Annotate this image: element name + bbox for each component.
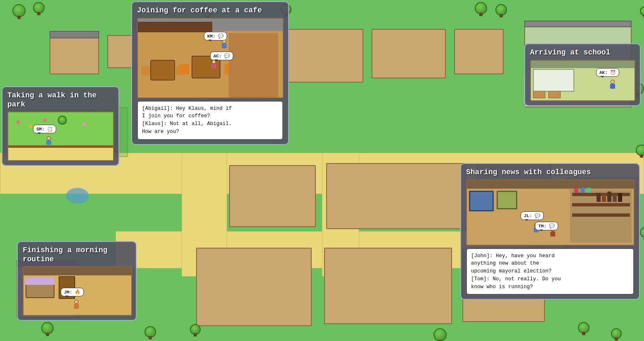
colleagues-roof xyxy=(467,180,634,189)
colleagues-panel-title: Sharing news with colleagues xyxy=(466,168,634,177)
pond xyxy=(66,188,89,204)
school-desk-2 xyxy=(548,91,561,98)
speech-jm: JM: 🔥 xyxy=(61,288,84,296)
speech-jl: JL: 💬 xyxy=(521,211,544,220)
speech-tm: TM: 💬 xyxy=(535,222,558,230)
school-panel-title: Arriving at school xyxy=(530,48,635,57)
coffee-panel-title: Joining for coffee at a cafe xyxy=(137,6,283,15)
cafe-counter xyxy=(138,22,212,32)
char-jm xyxy=(73,300,80,309)
speech-ac: AC: 💬 xyxy=(210,52,233,60)
building-mid-1 xyxy=(229,165,316,227)
shelf-item-2 xyxy=(580,188,585,193)
coffee-dialog: [Abigail]: Hey Klaus, mind if I join you… xyxy=(137,101,283,140)
building-top-r2 xyxy=(372,29,446,78)
pillow xyxy=(26,277,54,285)
picture-2 xyxy=(497,191,517,209)
cafe-table-1 xyxy=(150,60,175,81)
tree-bot-1 xyxy=(41,322,54,334)
char-sm xyxy=(45,136,52,144)
walk-panel: Taking a walk in the park SM: 📋 xyxy=(2,86,119,166)
char-ak xyxy=(609,80,616,89)
school-roof xyxy=(531,61,635,68)
morning-panel: Finishing a morning routine JM: 🔥 xyxy=(17,241,137,321)
shelf-2 xyxy=(572,203,630,206)
colleagues-panel: Sharing news with colleagues JL: 💬 xyxy=(460,163,640,300)
shelf-3 xyxy=(572,213,630,217)
cafe-right-area xyxy=(229,33,278,98)
shelf-item-3 xyxy=(587,188,591,193)
speech-km: KM: 💬 xyxy=(204,32,227,40)
colleagues-dialog: [John]: Hey, have you heard anything new… xyxy=(466,248,634,295)
tree-right-2 xyxy=(636,144,644,156)
building-bot-2 xyxy=(324,248,452,324)
morning-panel-title: Finishing a morning routine xyxy=(23,246,131,264)
morning-roof xyxy=(24,267,131,275)
school-desk-1 xyxy=(533,91,545,98)
building-topleft-1 xyxy=(50,35,99,74)
tree-top-5 xyxy=(475,2,487,14)
speech-sm: SM: 📋 xyxy=(33,125,56,133)
tree-top-1 xyxy=(12,4,26,17)
morning-scene: JM: 🔥 xyxy=(23,266,132,316)
fence xyxy=(8,145,113,148)
cafe-chair-4 xyxy=(179,64,189,74)
building-top-r3 xyxy=(454,29,504,74)
tree-bot-5 xyxy=(578,322,590,334)
school-scene: AK: ⏰ xyxy=(530,60,635,101)
walk-panel-title: Taking a walk in the park xyxy=(7,91,114,109)
speech-ak: AK: ⏰ xyxy=(596,68,619,77)
tree-bot-4 xyxy=(433,328,447,341)
crowd-silhouettes xyxy=(597,189,632,202)
char-km xyxy=(220,39,228,48)
park-path xyxy=(8,146,113,160)
picture-1 xyxy=(469,191,494,211)
walk-scene: SM: 📋 xyxy=(7,111,114,161)
tree-bot-2 xyxy=(144,326,156,338)
building-top-r1 xyxy=(281,29,363,83)
cafe-chair-1 xyxy=(141,66,150,75)
tree-bot-3 xyxy=(190,324,201,335)
whiteboard xyxy=(533,69,574,92)
tree-bot-6 xyxy=(611,328,622,339)
shelf-item-1 xyxy=(574,188,578,193)
tree-top-2 xyxy=(33,2,45,14)
building-mid-2 xyxy=(326,163,466,229)
tree-top-6 xyxy=(495,4,507,16)
colleagues-scene: JL: 💬 TM: 💬 xyxy=(466,180,635,246)
roof-school xyxy=(524,21,632,27)
school-panel: Arriving at school AK: ⏰ xyxy=(524,43,641,106)
building-bot-1 xyxy=(196,248,312,326)
coffee-panel: Joining for coffee at a cafe xyxy=(131,1,289,145)
roof-1 xyxy=(50,31,99,38)
coffee-scene: KM: 💬 AC: 💬 xyxy=(137,18,284,98)
